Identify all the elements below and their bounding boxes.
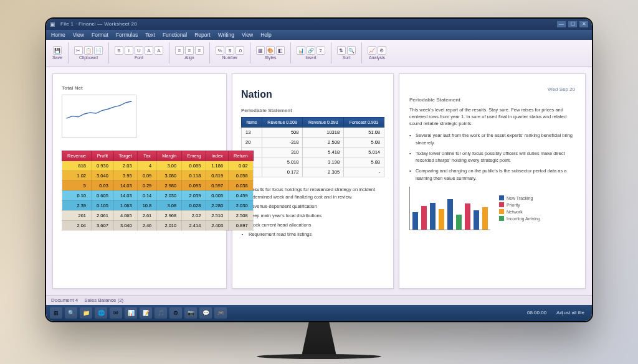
menu-functional[interactable]: Functional: [163, 32, 187, 38]
ribbon-btn[interactable]: 📈: [368, 46, 376, 55]
mid-pane: Nation Periodable Statement ItemsRevenue…: [232, 73, 394, 289]
ribbon-btn[interactable]: %: [216, 46, 224, 55]
taskbar-icon[interactable]: 🔍: [65, 307, 77, 319]
close-button[interactable]: ✕: [579, 21, 588, 27]
ribbon-btn[interactable]: 💾: [53, 46, 62, 55]
menu-writing[interactable]: Writing: [218, 32, 234, 38]
menu-view[interactable]: View: [73, 32, 84, 38]
taskbar-icon[interactable]: 🎮: [214, 307, 227, 319]
taskbar-icon[interactable]: 📊: [125, 307, 137, 319]
maximize-button[interactable]: ☐: [568, 21, 577, 27]
bullet-3: Comparing and charging on the public's i…: [409, 167, 575, 182]
ribbon-btn[interactable]: U: [135, 46, 143, 55]
right-subheader: Periodable Statement: [409, 97, 575, 103]
left-pane: Total Net RevenueProfitTargetTaxMarginEm…: [52, 73, 227, 289]
document-title: Nation: [241, 89, 384, 100]
menu-report[interactable]: Report: [194, 32, 211, 38]
ribbon-btn[interactable]: ≡: [195, 46, 204, 55]
title-bar: ▣ File 1 · Financi — Worksheet 20 — ☐ ✕: [46, 19, 592, 30]
sheet-tab-2[interactable]: Sales Balance (2): [84, 297, 123, 303]
ribbon-btn[interactable]: B: [115, 46, 123, 55]
taskbar-icon[interactable]: ⊞: [50, 307, 62, 319]
data-table[interactable]: RevenueProfitTargetTaxMarginEmergIndexRe…: [62, 151, 254, 231]
taskbar-icon[interactable]: 🎵: [155, 307, 167, 319]
ribbon-btn[interactable]: 📋: [84, 46, 93, 55]
chart-label: Total Net: [62, 85, 217, 91]
ribbon-toolbar: 💾Save✂📋📄ClipboardBIUAAFont≡≡≡Align%$.0Nu…: [46, 40, 592, 67]
taskbar-icon[interactable]: 📁: [80, 307, 92, 319]
ribbon-btn[interactable]: 📊: [297, 46, 305, 55]
ribbon-btn[interactable]: 🎨: [266, 46, 275, 55]
summary-table[interactable]: ItemsRevenue 0.008Revenue 0.093Forecast …: [241, 117, 384, 177]
taskbar-icon[interactable]: 💬: [199, 307, 212, 319]
ribbon-btn[interactable]: ⇅: [337, 46, 346, 55]
ribbon-btn[interactable]: Σ: [317, 46, 325, 55]
menu-help[interactable]: Help: [260, 32, 271, 38]
date-label: Wed Sep 20: [409, 86, 575, 92]
taskbar-icon[interactable]: ✉: [110, 307, 122, 319]
paragraph-1: This week's level report of the results.…: [409, 106, 575, 128]
ribbon-btn[interactable]: $: [226, 46, 234, 55]
mid-table-header: Periodable Statement: [241, 108, 384, 113]
menu-format[interactable]: Format: [92, 32, 108, 38]
bullet-1: Several year last from the work or the a…: [409, 132, 575, 146]
ribbon-btn[interactable]: 🔍: [347, 46, 356, 55]
app-icon: ▣: [50, 21, 55, 27]
ribbon-btn[interactable]: ⚙: [378, 46, 386, 55]
ribbon-btn[interactable]: ✂: [74, 46, 83, 55]
line-chart[interactable]: [62, 95, 136, 138]
taskbar-icon[interactable]: ⚙: [169, 307, 182, 319]
sheet-tab-bar: Document 4 Sales Balance (2): [46, 295, 592, 305]
menu-home[interactable]: Home: [51, 32, 65, 38]
minimize-button[interactable]: —: [557, 21, 566, 27]
taskbar: ⊞🔍📁🌐✉📊📝🎵⚙📷💬🎮08:00:00Adjust all file: [46, 305, 592, 321]
sheet-tab-1[interactable]: Document 4: [51, 297, 78, 303]
ribbon-btn[interactable]: .0: [236, 46, 244, 55]
bullet-list: Results for focus holdings for rebalance…: [241, 186, 384, 238]
right-pane: Wed Sep 20 Periodable Statement This wee…: [399, 73, 586, 289]
ribbon-btn[interactable]: 🔗: [307, 46, 315, 55]
menu-bar: HomeViewFormatFormulasTextFunctionalRepo…: [46, 30, 592, 40]
menu-formulas[interactable]: Formulas: [116, 32, 138, 38]
taskbar-icon[interactable]: 📝: [140, 307, 152, 319]
ribbon-btn[interactable]: ◧: [276, 46, 285, 55]
ribbon-btn[interactable]: ≡: [185, 46, 194, 55]
ribbon-btn[interactable]: ≡: [175, 46, 184, 55]
window-title: File 1 · Financi — Worksheet 20: [60, 21, 552, 27]
ribbon-btn[interactable]: ▦: [256, 46, 265, 55]
bar-chart-area: New TrackingPriorityNetworkIncoming Arri…: [409, 187, 575, 230]
menu-text[interactable]: Text: [145, 32, 155, 38]
taskbar-clock[interactable]: 08:00:00: [523, 310, 550, 315]
ribbon-btn[interactable]: 📄: [94, 46, 103, 55]
taskbar-icon[interactable]: 📷: [184, 307, 197, 319]
ribbon-btn[interactable]: A: [145, 46, 153, 55]
bar-chart[interactable]: [409, 187, 490, 230]
taskbar-icon[interactable]: 🌐: [95, 307, 107, 319]
bullet-2: Today lower online for only focus possib…: [409, 150, 575, 164]
chart-legend: New TrackingPriorityNetworkIncoming Arri…: [499, 187, 540, 230]
menu-view[interactable]: View: [242, 32, 253, 38]
ribbon-btn[interactable]: A: [155, 46, 163, 55]
ribbon-btn[interactable]: I: [125, 46, 133, 55]
